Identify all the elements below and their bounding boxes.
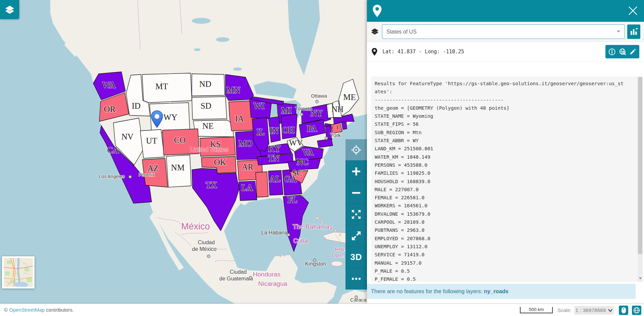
map-scalebar: 500 km (520, 307, 553, 313)
layers-stack-icon (371, 28, 379, 36)
state-label-ca: CA (107, 146, 119, 155)
fullscreen-button[interactable] (345, 225, 367, 247)
zoom-to-extent-button[interactable] (345, 204, 367, 225)
footer-bar: © OpenStreetMap contributors. 500 km Sca… (0, 304, 644, 316)
identify-results-box[interactable]: Results for FeatureType 'https://gs-stab… (371, 76, 643, 282)
state-label-wa: WA (103, 81, 116, 90)
scale-value: 1 : 36978669 (576, 308, 606, 313)
state-label-sd: SD (201, 101, 211, 110)
mouse-icon (621, 307, 626, 314)
state-ms[interactable] (256, 172, 268, 197)
layers-menu-button[interactable] (0, 0, 19, 19)
globe-search-icon (619, 48, 627, 56)
place-label-phoenix: Phoenix (139, 172, 155, 177)
city-marker (355, 296, 358, 299)
osm-link[interactable]: OpenStreetMap (9, 307, 45, 313)
state-label-az: AZ (147, 164, 158, 173)
city-marker (249, 276, 252, 279)
state-label-wv: WV (289, 138, 303, 147)
identify-tools-group (605, 45, 639, 58)
geolocate-button[interactable] (345, 139, 367, 161)
state-label-co: CO (174, 136, 186, 145)
place-label-united-states: United States (190, 146, 228, 153)
state-label-nm: NM (171, 163, 184, 172)
state-label-ky: KY (268, 144, 280, 153)
close-icon (627, 5, 639, 16)
crosshair-icon (351, 145, 361, 155)
minus-icon (352, 188, 361, 198)
3d-view-button[interactable]: 3D (345, 247, 367, 268)
state-label-wy: WY (163, 113, 177, 122)
state-label-pa: PA (307, 124, 317, 133)
attribution: © OpenStreetMap contributors. (4, 307, 74, 313)
city-marker (287, 233, 290, 236)
place-label-mexico: México (181, 221, 210, 231)
place-label-the-bahamas: The Bahamas (293, 223, 332, 230)
state-label-mn: MN (227, 86, 240, 95)
coordinates-search-button[interactable] (619, 48, 627, 56)
pencil-icon (630, 48, 636, 55)
city-marker (129, 175, 131, 178)
scroll-down-button[interactable] (638, 275, 643, 282)
state-label-sc: SC (292, 168, 303, 177)
globe-icon (633, 307, 640, 314)
base-map[interactable]: WAORIDMTWYNDSDNEMNIAWIMINVUTCOKSMOCAAZNM… (0, 0, 367, 304)
close-identify-button[interactable] (627, 5, 639, 16)
city-marker (316, 100, 318, 103)
state-label-ok: OK (214, 158, 226, 167)
layer-select-dropdown[interactable]: States of US (382, 24, 625, 39)
alert-layer-name: ny_roads (484, 288, 508, 294)
state-label-ut: UT (146, 136, 157, 145)
city-marker (313, 259, 316, 262)
state-label-va: VA (303, 148, 314, 157)
state-label-ne: NE (202, 121, 213, 130)
state-label-il: IL (257, 127, 265, 137)
more-tools-button[interactable] (345, 268, 367, 289)
map-viewport[interactable]: WAORIDMTWYNDSDNEMNIAWIMINVUTCOKSMOCAAZNM… (0, 0, 367, 304)
place-label-kingston: Kingston (305, 261, 326, 267)
identify-panel-header (367, 0, 644, 22)
state-label-ny: NY (311, 109, 323, 118)
mouse-position-button[interactable] (619, 306, 628, 315)
caret-down-icon (639, 277, 642, 279)
layer-selector-row: States of US (367, 22, 644, 42)
place-label-los-angeles: Los Angeles (99, 174, 124, 179)
edit-coordinates-button[interactable] (630, 48, 636, 55)
info-format-button[interactable] (608, 48, 615, 55)
state-label-ct: CT (331, 124, 339, 131)
city-marker (207, 255, 210, 258)
crs-selector-button[interactable] (632, 306, 641, 315)
overview-minimap[interactable] (2, 256, 35, 288)
zoom-out-button[interactable] (345, 182, 367, 204)
state-label-me: ME (343, 93, 356, 102)
pin-icon (372, 48, 377, 56)
ellipsis-icon (351, 277, 361, 280)
state-label-mo: MO (239, 139, 252, 148)
scrollbar-thumb[interactable] (638, 77, 642, 254)
place-label-la-habana: La Habana (261, 230, 287, 235)
map-toolbar: 3D (345, 139, 367, 289)
state-label-ar: AR (242, 162, 254, 171)
zoom-in-button[interactable] (345, 161, 367, 182)
scale-select-dropdown[interactable]: 1 : 36978669 (574, 306, 614, 315)
state-label-id: ID (132, 101, 141, 110)
state-label-nd: ND (199, 80, 211, 89)
place-label-ottawa: Ottawa (311, 93, 327, 99)
state-label-in: IN (270, 126, 278, 135)
state-label-mt: MT (155, 82, 168, 91)
state-label-tx: TX (206, 180, 217, 190)
state-label-la: LA (241, 183, 253, 192)
no-features-alert: There are no features for the following … (367, 284, 636, 299)
minimap-image (4, 258, 33, 287)
state-label-mi: MI (281, 106, 292, 115)
state-label-tn: TN (268, 154, 279, 163)
chevron-down-icon (608, 309, 612, 312)
state-label-fl: FL (287, 195, 297, 204)
open-chart-button[interactable] (627, 24, 640, 39)
results-scrollbar[interactable] (638, 76, 643, 282)
feature-info-text: Results for FeatureType 'https://gs-stab… (371, 76, 643, 295)
identify-panel: States of US Lat: 41.837 - Long: -110.25 (367, 0, 644, 304)
city-marker (325, 137, 328, 140)
state-label-nh: NH (331, 105, 343, 114)
coordinates-row: Lat: 41.837 - Long: -110.25 (367, 42, 644, 62)
